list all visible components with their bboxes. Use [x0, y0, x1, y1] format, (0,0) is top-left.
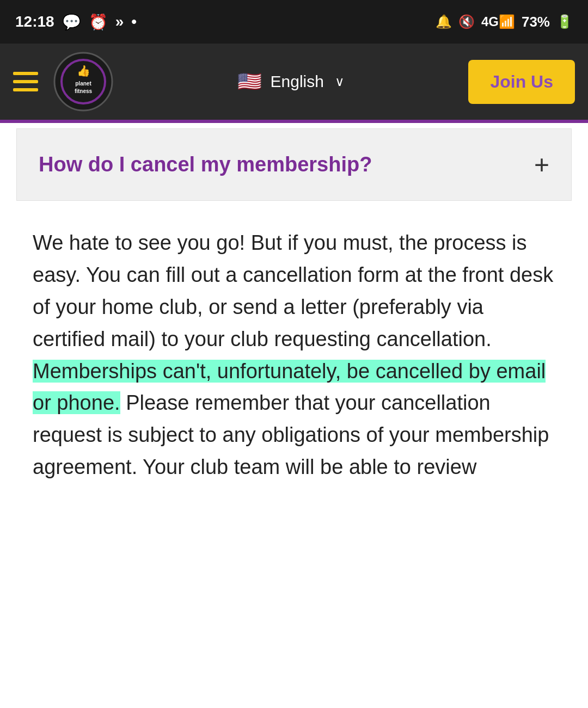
forward-icon: » — [115, 13, 124, 30]
svg-text:fitness: fitness — [75, 88, 93, 94]
answer-text: We hate to see you go! But if you must, … — [33, 227, 555, 483]
battery-icon: 🔋 — [556, 14, 573, 29]
bell-icon: 🔔 — [436, 14, 452, 29]
chevron-down-icon: ∨ — [335, 74, 345, 89]
battery-level: 73% — [522, 14, 550, 30]
purple-accent-border — [0, 120, 588, 123]
faq-question: How do I cancel my membership? — [39, 153, 534, 176]
hamburger-line-2 — [13, 80, 38, 83]
svg-text:👍: 👍 — [77, 64, 90, 77]
status-right: 🔔 🔇 4G📶 73% 🔋 — [436, 14, 573, 30]
signal-icon: 4G📶 — [481, 14, 515, 29]
logo-container[interactable]: 👍 planet fitness — [53, 52, 113, 112]
faq-item[interactable]: How do I cancel my membership? + — [16, 128, 572, 201]
join-us-button[interactable]: Join Us — [468, 60, 575, 104]
chat-icon: 💬 — [62, 13, 81, 31]
alarm-icon: ⏰ — [89, 13, 108, 31]
expand-icon: + — [534, 150, 549, 180]
nav-bar: 👍 planet fitness 🇺🇸 English ∨ Join Us — [0, 44, 588, 120]
faq-container: How do I cancel my membership? + We hate… — [0, 128, 588, 500]
faq-answer: We hate to see you go! But if you must, … — [16, 201, 572, 500]
us-flag-icon: 🇺🇸 — [237, 70, 262, 93]
status-bar: 12:18 💬 ⏰ » • 🔔 🔇 4G📶 73% 🔋 — [0, 0, 588, 44]
planet-fitness-logo: 👍 planet fitness — [53, 52, 113, 112]
nav-left: 👍 planet fitness — [13, 52, 113, 112]
answer-text-part1: We hate to see you go! But if you must, … — [33, 231, 553, 350]
mute-icon: 🔇 — [458, 14, 475, 29]
status-time: 12:18 — [15, 13, 54, 30]
language-selector[interactable]: 🇺🇸 English ∨ — [237, 70, 345, 93]
hamburger-line-3 — [13, 88, 38, 91]
status-left: 12:18 💬 ⏰ » • — [15, 13, 137, 31]
svg-text:planet: planet — [75, 81, 91, 87]
hamburger-line-1 — [13, 72, 38, 75]
language-label: English — [271, 72, 324, 91]
hamburger-menu[interactable] — [13, 72, 38, 91]
dot-indicator: • — [131, 13, 137, 30]
